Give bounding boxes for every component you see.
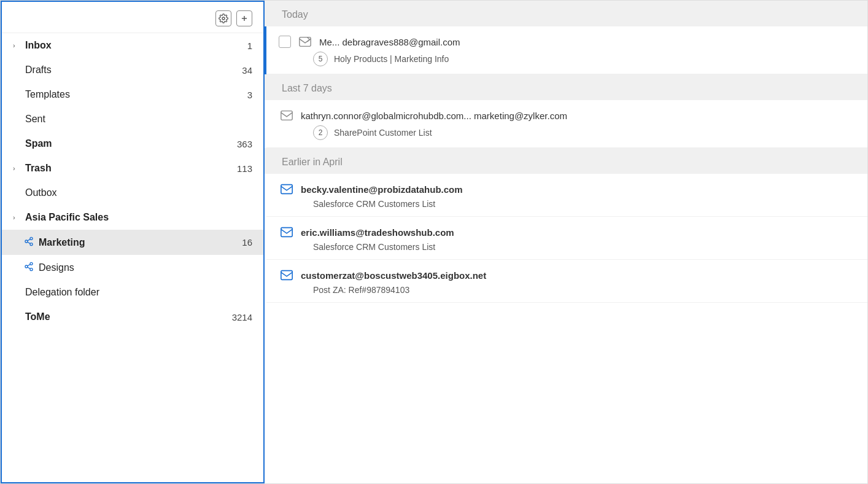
gear-icon [219, 14, 228, 23]
email-section-earlier-april: Earlier in April becky.valentine@probizd… [265, 148, 867, 303]
folder-count: 34 [242, 65, 252, 76]
svg-point-4 [25, 240, 28, 243]
svg-line-12 [28, 264, 31, 266]
email-checkbox[interactable] [279, 36, 291, 48]
email-type-icon [279, 181, 295, 197]
sidebar: ›Inbox1Drafts34Templates3SentSpam363›Tra… [1, 1, 265, 483]
email-row-top: customerzat@boscustweb3405.eigbox.net [279, 267, 850, 283]
email-type-icon [279, 107, 295, 123]
folder-count: 16 [242, 237, 252, 248]
folder-label: Designs [39, 262, 252, 273]
folder-count: 113 [237, 163, 252, 174]
add-folder-button[interactable] [236, 10, 252, 26]
sidebar-item-tome[interactable]: ToMe3214 [2, 305, 263, 329]
svg-point-9 [25, 265, 28, 268]
gear-button[interactable] [215, 10, 231, 26]
folder-label: Trash [25, 163, 237, 174]
email-subject: SharePoint Customer List [334, 128, 432, 138]
email-sender: becky.valentine@probizdatahub.com [301, 184, 850, 195]
svg-point-8 [30, 262, 33, 265]
folder-label: Templates [25, 89, 247, 100]
chevron-right-icon: › [13, 165, 20, 172]
email-item[interactable]: Me... debragraves888@gmail.com5Holy Prod… [266, 26, 867, 74]
sidebar-item-inbox[interactable]: ›Inbox1 [2, 33, 263, 58]
folder-label: ToMe [25, 311, 232, 322]
email-row-bottom: 2SharePoint Customer List [279, 125, 850, 140]
svg-point-3 [30, 237, 33, 240]
svg-line-7 [28, 239, 31, 241]
folder-label: Outbox [25, 187, 252, 198]
folder-label: Marketing [39, 237, 242, 248]
folder-count: 3214 [232, 312, 252, 322]
email-row-top: eric.williams@tradeshowshub.com [279, 224, 850, 240]
email-row-top: becky.valentine@probizdatahub.com [279, 181, 850, 197]
folder-label: Drafts [25, 64, 242, 76]
email-count-badge: 2 [313, 125, 328, 140]
svg-line-11 [28, 267, 31, 269]
svg-rect-16 [281, 228, 292, 237]
email-type-icon [279, 224, 295, 240]
svg-line-6 [28, 242, 31, 244]
section-header-today: Today [265, 1, 867, 26]
folder-list: ›Inbox1Drafts34Templates3SentSpam363›Tra… [2, 33, 263, 329]
email-item[interactable]: kathryn.connor@globalmicrohubdb.com... m… [266, 100, 867, 148]
svg-point-10 [30, 268, 33, 271]
email-item[interactable]: becky.valentine@probizdatahub.comSalesfo… [266, 174, 867, 217]
chevron-right-icon: › [13, 42, 20, 49]
folder-count: 1 [247, 41, 252, 51]
svg-point-0 [222, 17, 225, 20]
email-count-badge: 5 [313, 52, 328, 66]
sidebar-item-designs[interactable]: Designs [2, 255, 263, 280]
email-row-top: kathryn.connor@globalmicrohubdb.com... m… [279, 107, 850, 123]
section-header-earlier-april: Earlier in April [265, 148, 867, 174]
sidebar-item-asia-pacific[interactable]: ›Asia Pacific Sales [2, 205, 263, 230]
email-type-icon [279, 267, 295, 283]
email-row-bottom: Post ZA: Ref#987894103 [279, 285, 850, 295]
folder-count: 3 [247, 90, 252, 100]
sidebar-icon-group [215, 10, 252, 26]
plus-icon [240, 14, 249, 23]
app-container: ›Inbox1Drafts34Templates3SentSpam363›Tra… [0, 0, 868, 484]
email-item[interactable]: eric.williams@tradeshowshub.comSalesforc… [266, 217, 867, 260]
email-sender: kathryn.connor@globalmicrohubdb.com... m… [301, 111, 850, 121]
share-icon [24, 236, 34, 248]
email-sender: eric.williams@tradeshowshub.com [301, 227, 850, 238]
email-sender: Me... debragraves888@gmail.com [319, 37, 850, 47]
email-row-bottom: 5Holy Products | Marketing Info [279, 52, 850, 66]
email-sections: Today Me... debragraves888@gmail.com5Hol… [265, 1, 867, 303]
main-content: Today Me... debragraves888@gmail.com5Hol… [265, 1, 867, 483]
email-subject: Salesforce CRM Customers List [313, 199, 435, 209]
email-row-bottom: Salesforce CRM Customers List [279, 199, 850, 209]
email-group-last7days: kathryn.connor@globalmicrohubdb.com... m… [265, 100, 867, 148]
email-type-icon [297, 34, 313, 50]
sidebar-item-delegation[interactable]: Delegation folder [2, 280, 263, 305]
email-item[interactable]: customerzat@boscustweb3405.eigbox.netPos… [266, 260, 867, 303]
email-group-today: Me... debragraves888@gmail.com5Holy Prod… [265, 26, 867, 74]
svg-rect-17 [281, 271, 292, 280]
section-header-last7days: Last 7 days [265, 74, 867, 100]
email-row-top: Me... debragraves888@gmail.com [279, 34, 850, 50]
email-row-bottom: Salesforce CRM Customers List [279, 242, 850, 252]
chevron-right-icon: › [13, 214, 20, 221]
sidebar-item-marketing[interactable]: Marketing16 [2, 230, 263, 255]
sidebar-item-sent[interactable]: Sent [2, 107, 263, 131]
email-group-earlier-april: becky.valentine@probizdatahub.comSalesfo… [265, 174, 867, 303]
sidebar-item-templates[interactable]: Templates3 [2, 82, 263, 107]
folder-label: Sent [25, 114, 252, 125]
folder-label: Inbox [25, 40, 247, 51]
sidebar-item-drafts[interactable]: Drafts34 [2, 58, 263, 82]
folder-count: 363 [237, 139, 252, 149]
sidebar-header [2, 2, 263, 33]
sidebar-item-spam[interactable]: Spam363 [2, 131, 263, 156]
share-icon [24, 262, 34, 273]
email-section-today: Today Me... debragraves888@gmail.com5Hol… [265, 1, 867, 74]
folder-label: Spam [25, 138, 237, 149]
sidebar-item-trash[interactable]: ›Trash113 [2, 156, 263, 181]
email-subject: Holy Products | Marketing Info [334, 54, 449, 64]
svg-rect-14 [281, 111, 292, 120]
folder-label: Asia Pacific Sales [25, 212, 252, 223]
email-subject: Post ZA: Ref#987894103 [313, 285, 409, 295]
sidebar-item-outbox[interactable]: Outbox [2, 181, 263, 205]
svg-rect-15 [281, 185, 292, 194]
email-sender: customerzat@boscustweb3405.eigbox.net [301, 270, 850, 281]
